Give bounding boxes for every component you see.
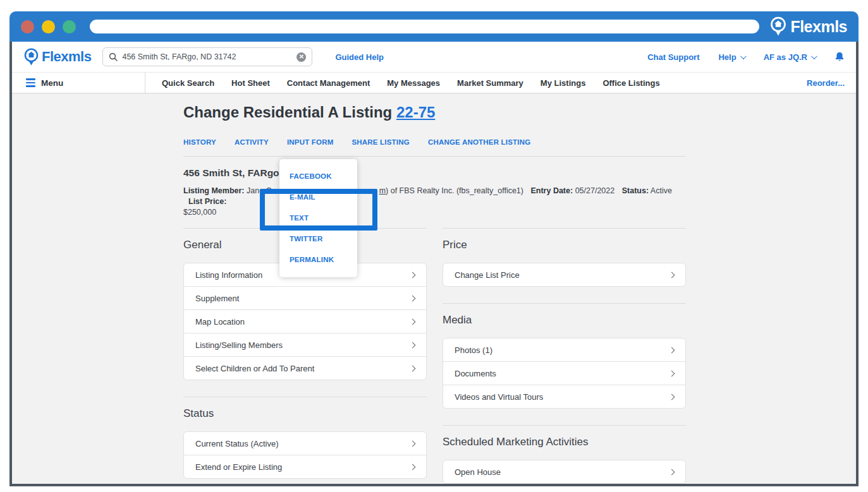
tab-input-form[interactable]: INPUT FORM xyxy=(287,138,334,146)
header-right: Chat Support Help AF as JQ.R xyxy=(647,52,845,63)
chrome-logo-text: Flexmls xyxy=(790,18,847,36)
tab-share-listing[interactable]: SHARE LISTING xyxy=(351,138,409,146)
media-rows: Photos (1) Documents Videos and Virtual … xyxy=(443,338,686,409)
listing-meta-line: Listing Member: Jane Cm) of FBS Realty I… xyxy=(183,186,686,207)
chevron-right-icon xyxy=(669,347,675,353)
chevron-right-icon xyxy=(410,272,416,278)
row-current-status[interactable]: Current Status (Active) xyxy=(183,431,427,455)
menu-item-hot-sheet[interactable]: Hot Sheet xyxy=(231,78,270,88)
user-menu[interactable]: AF as JQ.R xyxy=(764,52,816,62)
chevron-right-icon xyxy=(669,370,675,376)
flexmls-logo[interactable]: Flexmls xyxy=(23,48,91,66)
tab-activity[interactable]: ACTIVITY xyxy=(235,138,269,146)
window-close-dot[interactable] xyxy=(21,20,34,33)
browser-chrome-bar: Flexmls xyxy=(9,11,859,42)
section-media: Media Photos (1) Documents Videos and Vi… xyxy=(443,303,686,409)
section-title-media: Media xyxy=(443,314,686,327)
address-heading: 456 Smith St, FARgo, xyxy=(183,167,686,179)
menu-item-office-listings[interactable]: Office Listings xyxy=(602,78,659,88)
row-documents[interactable]: Documents xyxy=(443,361,686,385)
logo-text: Flexmls xyxy=(42,49,91,65)
section-title-price: Price xyxy=(443,239,686,251)
divider xyxy=(443,303,686,304)
chevron-right-icon xyxy=(410,440,416,447)
menu-item-my-messages[interactable]: My Messages xyxy=(387,78,440,88)
divider xyxy=(443,425,686,426)
list-price-value: $250,000 xyxy=(183,207,686,218)
chevron-right-icon xyxy=(410,365,416,371)
page-title: Change Residential A Listing 22-75 xyxy=(183,103,686,122)
window-minimize-dot[interactable] xyxy=(42,20,55,33)
status-label: Status: xyxy=(622,186,649,195)
chevron-right-icon xyxy=(410,464,416,470)
reorder-link[interactable]: Reorder... xyxy=(807,78,856,88)
row-supplement[interactable]: Supplement xyxy=(183,286,427,310)
menu-item-market-summary[interactable]: Market Summary xyxy=(457,78,523,88)
status-rows: Current Status (Active) Extend or Expire… xyxy=(183,431,427,479)
member-email-link-fragment[interactable]: m xyxy=(379,186,386,195)
row-extend-or-expire-listing[interactable]: Extend or Expire Listing xyxy=(183,455,427,479)
window-maximize-dot[interactable] xyxy=(63,20,76,33)
chevron-right-icon xyxy=(410,295,416,301)
row-open-house[interactable]: Open House xyxy=(443,460,686,484)
tab-change-another-listing[interactable]: CHANGE ANOTHER LISTING xyxy=(428,138,530,146)
listing-number-link[interactable]: 22-75 xyxy=(396,104,435,121)
clear-search-icon[interactable]: ✕ xyxy=(296,52,306,62)
page-content: Change Residential A Listing 22-75 HISTO… xyxy=(183,93,686,484)
menu-item-my-listings[interactable]: My Listings xyxy=(541,78,586,88)
text-option-highlight-box xyxy=(260,189,377,231)
entry-date-value: 05/27/2022 xyxy=(575,186,615,195)
search-icon xyxy=(109,52,118,61)
divider xyxy=(443,228,686,229)
office-fragment: ) of FBS Realty Inc. (fbs_realty_office1… xyxy=(386,186,523,195)
chevron-right-icon xyxy=(669,393,675,400)
chrome-flexmls-logo: Flexmls xyxy=(769,16,847,37)
menu-item-quick-search[interactable]: Quick Search xyxy=(162,78,214,88)
menu-button[interactable]: Menu xyxy=(12,73,145,93)
share-option-permalink[interactable]: PERMALINK xyxy=(279,249,357,270)
browser-window: Flexmls Flexmls ✕ xyxy=(9,11,859,486)
row-map-location[interactable]: Map Location xyxy=(183,309,427,333)
notifications-bell-icon[interactable] xyxy=(834,52,845,63)
share-option-facebook[interactable]: FACEBOOK xyxy=(279,165,357,186)
chevron-right-icon xyxy=(669,272,675,278)
list-price-label: List Price: xyxy=(188,197,226,206)
chevron-right-icon xyxy=(410,318,416,325)
menu-items: Quick Search Hot Sheet Contact Managemen… xyxy=(145,73,660,93)
chevron-down-icon xyxy=(740,53,747,59)
main-menu-bar: Menu Quick Search Hot Sheet Contact Mana… xyxy=(12,73,856,93)
price-rows: Change List Price xyxy=(443,263,686,287)
row-select-children-or-add-to-parent[interactable]: Select Children or Add To Parent xyxy=(183,356,427,380)
guided-help-link[interactable]: Guided Help xyxy=(335,52,384,62)
listing-search-box[interactable]: ✕ xyxy=(102,47,312,66)
section-title-marketing: Scheduled Marketing Activities xyxy=(443,436,686,448)
help-menu[interactable]: Help xyxy=(718,52,744,62)
flexmls-pin-icon xyxy=(23,48,39,66)
general-rows: Listing Information Supplement Map Locat… xyxy=(183,263,427,380)
row-change-list-price[interactable]: Change List Price xyxy=(443,263,686,287)
right-column: Price Change List Price Media Photos (1)… xyxy=(443,228,686,484)
main-content-area: Change Residential A Listing 22-75 HISTO… xyxy=(12,93,856,484)
row-photos[interactable]: Photos (1) xyxy=(443,338,686,362)
entry-date-label: Entry Date: xyxy=(530,186,573,195)
listing-action-links: HISTORY ACTIVITY INPUT FORM SHARE LISTIN… xyxy=(183,138,686,146)
chevron-down-icon xyxy=(811,53,817,59)
row-videos-and-virtual-tours[interactable]: Videos and Virtual Tours xyxy=(443,385,686,409)
section-title-status: Status xyxy=(183,407,427,420)
member-label: Listing Member: xyxy=(183,186,245,195)
tab-history[interactable]: HISTORY xyxy=(183,138,216,146)
share-option-twitter[interactable]: TWITTER xyxy=(279,228,357,249)
menu-item-contact-management[interactable]: Contact Management xyxy=(287,78,370,88)
chat-support-link[interactable]: Chat Support xyxy=(647,52,699,62)
row-listing-selling-members[interactable]: Listing/Selling Members xyxy=(183,333,427,357)
app-header: Flexmls ✕ Guided Help Chat Support Help … xyxy=(12,42,856,73)
section-scheduled-marketing-activities: Scheduled Marketing Activities Open Hous… xyxy=(443,425,686,484)
browser-address-bar[interactable] xyxy=(90,20,759,33)
status-value: Active xyxy=(651,186,672,195)
hamburger-icon xyxy=(26,78,35,87)
flexmls-pin-icon xyxy=(769,16,787,37)
divider xyxy=(183,397,427,397)
section-columns: General Listing Information Supplement M… xyxy=(183,228,686,484)
app-frame: Flexmls ✕ Guided Help Chat Support Help … xyxy=(9,42,859,486)
search-input[interactable] xyxy=(122,52,292,61)
